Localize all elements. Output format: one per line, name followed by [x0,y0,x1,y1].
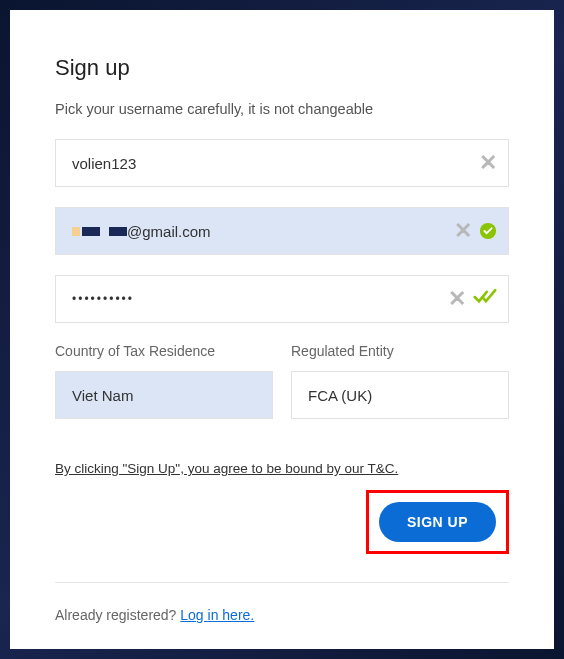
login-link[interactable]: Log in here. [180,607,254,623]
signup-card: Sign up Pick your username carefully, it… [10,10,554,649]
country-select[interactable]: Viet Nam [55,371,273,419]
password-masked: •••••••••• [72,292,134,306]
email-input[interactable]: @gmail.com [55,207,509,255]
clear-icon[interactable]: ✕ [448,288,466,310]
password-field-wrap: •••••••••• ✕ [55,275,509,323]
footer-prefix: Already registered? [55,607,180,623]
email-field-wrap: @gmail.com ✕ [55,207,509,255]
entity-value: FCA (UK) [308,387,372,404]
clear-icon[interactable]: ✕ [454,220,472,242]
terms-link[interactable]: By clicking "Sign Up", you agree to be b… [55,461,398,476]
subtitle-text: Pick your username carefully, it is not … [55,101,509,117]
highlight-box: SIGN UP [366,490,509,554]
country-label: Country of Tax Residence [55,343,273,359]
button-row: SIGN UP [55,490,509,554]
username-field-wrap: ✕ [55,139,509,187]
entity-label: Regulated Entity [291,343,509,359]
signup-button[interactable]: SIGN UP [379,502,496,542]
email-redacted [72,227,127,236]
divider [55,582,509,583]
password-icons: ✕ [448,288,497,310]
clear-icon[interactable]: ✕ [479,152,497,174]
page-title: Sign up [55,55,509,81]
username-icons: ✕ [479,152,497,174]
two-column-row: Country of Tax Residence Viet Nam Regula… [55,343,509,419]
email-suffix: @gmail.com [127,223,211,240]
country-column: Country of Tax Residence Viet Nam [55,343,273,419]
double-check-icon [473,288,497,310]
entity-select[interactable]: FCA (UK) [291,371,509,419]
entity-column: Regulated Entity FCA (UK) [291,343,509,419]
username-input[interactable] [55,139,509,187]
password-input[interactable]: •••••••••• [55,275,509,323]
country-value: Viet Nam [72,387,133,404]
footer-text: Already registered? Log in here. [55,607,509,623]
check-circle-icon [479,222,497,240]
email-icons: ✕ [454,220,497,242]
